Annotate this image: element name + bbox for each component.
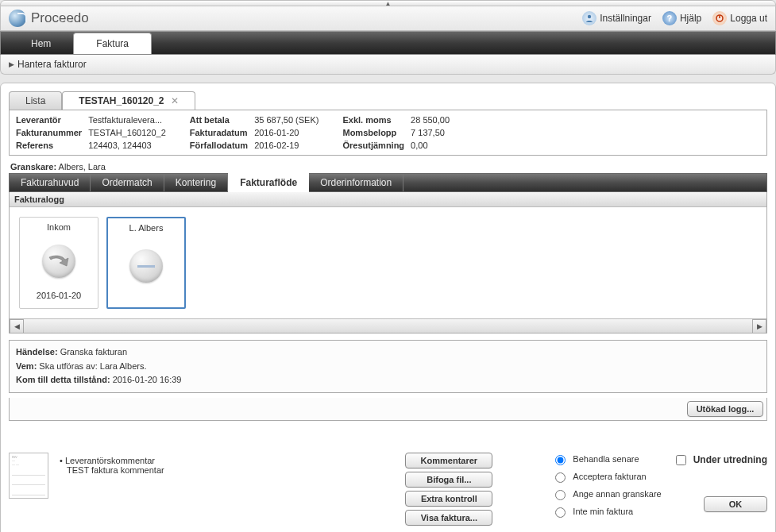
- attach-file-button[interactable]: Bifoga fil...: [405, 472, 492, 488]
- radio-other-reviewer-label: Ange annan granskare: [573, 489, 661, 499]
- event-handelse-value: Granska fakturan: [60, 347, 127, 357]
- vat-value: 7 137,50: [411, 128, 450, 137]
- inner-tab-list[interactable]: Lista: [9, 91, 62, 110]
- logout-icon: [712, 11, 727, 25]
- extended-log-row: Utökad logg...: [9, 398, 767, 421]
- radio-not-mine[interactable]: Inte min faktura: [551, 505, 661, 518]
- tab-orderinfo[interactable]: Orderinformation: [309, 174, 403, 191]
- flow-card-name: L. Albers: [129, 223, 164, 233]
- exvat-label: Exkl. moms: [342, 115, 404, 125]
- settings-icon: [582, 11, 596, 25]
- app-header: Proceedo Inställningar ? Hjälp Logga ut: [0, 6, 776, 31]
- arrow-right-icon: [42, 245, 75, 278]
- invoice-thumbnail[interactable]: INV—— —: [9, 453, 48, 499]
- close-tab-icon[interactable]: ✕: [171, 95, 179, 106]
- subnav-bar: ▶ Hantera fakturor: [0, 55, 776, 75]
- event-kom-label: Kom till detta tillstånd:: [16, 375, 110, 384]
- subnav-label[interactable]: Hantera fakturor: [17, 59, 87, 70]
- under-investigation-checkbox[interactable]: [676, 455, 686, 465]
- radio-handle-later-label: Behandla senare: [573, 454, 639, 464]
- supplier-label: Leverantör: [16, 115, 82, 125]
- due-label: Förfallodatum: [190, 141, 248, 150]
- ref-value: 124403, 124403: [88, 141, 166, 150]
- logout-label: Logga ut: [730, 13, 767, 24]
- flow-card-incoming[interactable]: Inkom 2016-01-20: [19, 217, 98, 309]
- svg-point-0: [588, 15, 591, 18]
- radio-accept-label: Acceptera fakturan: [573, 472, 646, 481]
- flow-scrollbar[interactable]: ◀ ▶: [10, 318, 766, 333]
- brand-name: Proceedo: [31, 10, 89, 26]
- pay-value: 35 687,50 (SEK): [254, 115, 319, 125]
- radio-accept[interactable]: Acceptera fakturan: [551, 470, 661, 483]
- invno-value: TESTAH_160120_2: [88, 128, 166, 137]
- brand-logo-icon: [9, 10, 26, 27]
- rounding-value: 0,00: [411, 141, 450, 150]
- inner-tabs: Lista TESTAH_160120_2 ✕: [9, 91, 767, 110]
- nav-tab-home[interactable]: Hem: [9, 33, 73, 54]
- tab-ordermatch[interactable]: Ordermatch: [91, 174, 164, 191]
- window-drag-handle[interactable]: ▲: [0, 0, 776, 6]
- flow-card-name: Inkom: [47, 222, 71, 232]
- event-vem-label: Vem:: [16, 361, 37, 371]
- logout-link[interactable]: Logga ut: [712, 11, 767, 25]
- invno-label: Fakturanummer: [16, 128, 82, 137]
- comments-button[interactable]: Kommentarer: [405, 453, 492, 468]
- tab-invoice-flow[interactable]: Fakturaflöde: [228, 173, 309, 192]
- settings-link[interactable]: Inställningar: [582, 11, 651, 25]
- flow-panel: Fakturalogg Inkom 2016-01-20 L. Albers ◀…: [9, 192, 767, 333]
- scroll-right-button[interactable]: ▶: [752, 319, 766, 333]
- radio-not-mine-label: Inte min faktura: [573, 507, 633, 516]
- due-value: 2016-02-19: [254, 141, 319, 150]
- reviewer-label: Granskare:: [10, 162, 56, 172]
- supplier-value: Testfakturalevera...: [88, 115, 166, 125]
- header-links: Inställningar ? Hjälp Logga ut: [582, 11, 767, 25]
- vendor-comment-label: Leverantörskommentar: [65, 456, 155, 465]
- rounding-label: Öresutjämning: [342, 141, 404, 150]
- tab-kontering[interactable]: Kontering: [164, 174, 228, 191]
- help-link[interactable]: ? Hjälp: [662, 11, 701, 25]
- under-investigation-label: Under utredning: [693, 454, 767, 465]
- ref-label: Referens: [16, 141, 82, 150]
- help-label: Hjälp: [680, 13, 701, 24]
- invdate-label: Fakturadatum: [190, 128, 248, 137]
- scroll-left-button[interactable]: ◀: [10, 319, 24, 333]
- main-area: Lista TESTAH_160120_2 ✕ Leverantör Testf…: [0, 83, 776, 532]
- settings-label: Inställningar: [600, 13, 651, 24]
- vat-label: Momsbelopp: [342, 128, 404, 137]
- radio-other-reviewer-input[interactable]: [555, 490, 566, 500]
- radio-accept-input[interactable]: [555, 472, 566, 483]
- inner-tab-document-label: TESTAH_160120_2: [79, 95, 164, 106]
- invdate-value: 2016-01-20: [254, 128, 319, 137]
- nav-tab-invoice[interactable]: Faktura: [73, 33, 152, 54]
- chevron-right-icon: ▶: [9, 60, 14, 68]
- pay-label: Att betala: [190, 115, 248, 125]
- radio-not-mine-input[interactable]: [555, 507, 566, 518]
- radio-handle-later-input[interactable]: [555, 455, 566, 465]
- event-handelse-label: Händelse:: [16, 347, 58, 357]
- vendor-comment-block: • Leverantörskommentar TEST faktura komm…: [60, 453, 394, 475]
- progress-icon: [129, 249, 163, 283]
- reviewer-name: Albers, Lara: [59, 162, 106, 172]
- event-kom-value: 2016-01-20 16:39: [113, 375, 182, 384]
- ok-button[interactable]: OK: [704, 496, 767, 512]
- flow-title: Fakturalogg: [10, 192, 766, 207]
- event-box: Händelse: Granska fakturan Vem: Ska utfö…: [9, 340, 767, 393]
- flow-card-date: 2016-01-20: [37, 291, 81, 300]
- brand: Proceedo: [9, 10, 89, 27]
- nav-bar: Hem Faktura: [0, 31, 776, 55]
- radio-other-reviewer[interactable]: Ange annan granskare: [551, 488, 661, 500]
- reviewer-line: Granskare: Albers, Lara: [10, 162, 766, 172]
- flow-card-user[interactable]: L. Albers: [106, 217, 186, 309]
- vendor-comment-text: TEST faktura kommentar: [67, 465, 164, 475]
- exvat-value: 28 550,00: [411, 115, 450, 125]
- extended-log-button[interactable]: Utökad logg...: [687, 401, 763, 417]
- extra-control-button[interactable]: Extra kontroll: [405, 491, 492, 507]
- decision-radios: Behandla senare Acceptera fakturan Ange …: [551, 453, 661, 518]
- tab-invoice-head[interactable]: Fakturahuvud: [10, 174, 91, 191]
- inner-tab-document[interactable]: TESTAH_160120_2 ✕: [62, 91, 195, 110]
- under-investigation[interactable]: Under utredning: [673, 453, 767, 468]
- radio-handle-later[interactable]: Behandla senare: [551, 453, 661, 465]
- event-vem-value: Ska utföras av: Lara Albers.: [39, 361, 146, 371]
- show-invoice-button[interactable]: Visa faktura...: [405, 510, 492, 526]
- flow-body: Inkom 2016-01-20 L. Albers: [10, 207, 766, 318]
